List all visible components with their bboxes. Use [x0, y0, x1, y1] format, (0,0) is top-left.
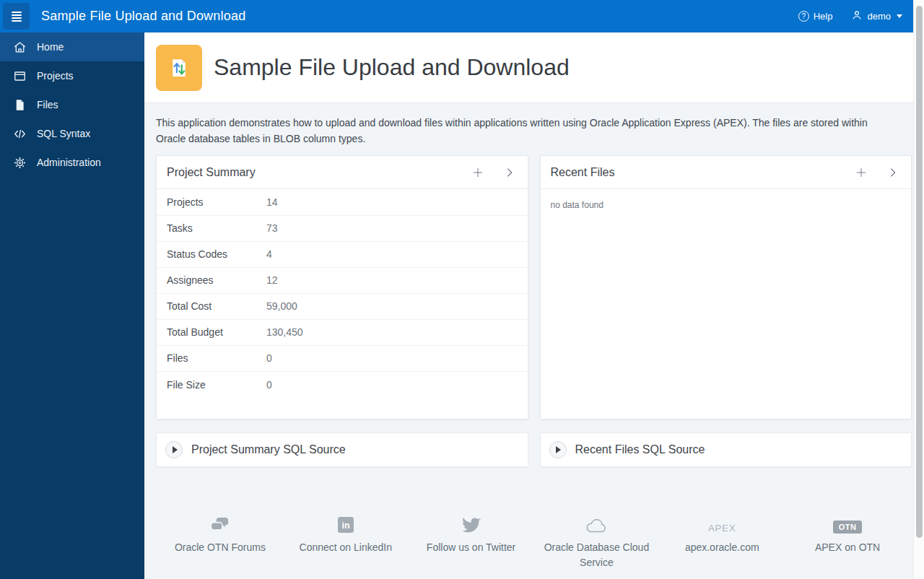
- administration-gear-icon: [12, 155, 27, 170]
- sql-syntax-icon: [12, 126, 27, 141]
- row-label: Status Codes: [157, 241, 266, 267]
- table-row: Projects14: [157, 189, 528, 215]
- file-upload-download-icon: [156, 45, 202, 91]
- user-name: demo: [867, 11, 891, 22]
- svg-text:in: in: [341, 521, 349, 531]
- home-icon: [12, 40, 27, 54]
- add-icon[interactable]: [853, 165, 869, 180]
- row-label: Tasks: [157, 215, 266, 241]
- sidebar-item-label: Projects: [37, 70, 74, 82]
- row-value: 0: [266, 371, 528, 397]
- row-value: 130,450: [266, 319, 528, 345]
- row-value: 12: [266, 267, 528, 293]
- row-value: 73: [266, 215, 528, 241]
- footer-link-label: Oracle Database Cloud Service: [541, 540, 652, 570]
- recent-files-sql-source-expander[interactable]: Recent Files SQL Source: [540, 432, 912, 467]
- project-summary-region: Project Summary Projects14 Tasks73: [156, 155, 528, 419]
- table-row: Assignees12: [157, 267, 528, 293]
- row-label: Assignees: [157, 267, 266, 293]
- footer-link-db-cloud[interactable]: Oracle Database Cloud Service: [533, 515, 659, 570]
- sidebar-item-label: Administration: [37, 157, 101, 168]
- page-title: Sample File Upload and Download: [214, 54, 570, 81]
- open-region-icon[interactable]: [502, 165, 518, 180]
- expander-label: Project Summary SQL Source: [191, 443, 346, 456]
- hamburger-menu-icon: [12, 12, 22, 22]
- projects-icon: [12, 69, 27, 83]
- page-header: Sample File Upload and Download: [144, 32, 924, 103]
- help-button[interactable]: ? Help: [798, 11, 833, 22]
- sidebar-item-administration[interactable]: Administration: [0, 148, 144, 177]
- project-summary-header: Project Summary: [157, 156, 528, 189]
- project-summary-sql-source-expander[interactable]: Project Summary SQL Source: [156, 432, 528, 467]
- recent-files-header: Recent Files: [541, 156, 912, 189]
- row-label: File Size: [157, 371, 266, 397]
- cloud-icon: [585, 515, 607, 534]
- sidebar-item-files[interactable]: Files: [0, 90, 144, 119]
- caret-down-icon: [897, 14, 902, 18]
- expander-label: Recent Files SQL Source: [575, 443, 705, 456]
- twitter-bird-icon: [462, 515, 481, 534]
- row-label: Files: [157, 345, 266, 371]
- sidebar-item-label: Files: [37, 99, 58, 110]
- footer-link-apex-on-otn[interactable]: OTN APEX on OTN: [785, 515, 910, 570]
- row-value: 59,000: [266, 293, 528, 319]
- sidebar-item-label: Home: [37, 41, 64, 53]
- scrollbar-thumb[interactable]: [916, 6, 923, 538]
- otn-badge-icon: OTN: [833, 515, 863, 534]
- user-menu-button[interactable]: demo: [851, 9, 902, 23]
- apex-text-icon: APEX: [708, 515, 736, 534]
- play-expand-icon[interactable]: [549, 441, 567, 458]
- no-data-message: no data found: [541, 189, 912, 221]
- table-row: Status Codes4: [157, 241, 528, 267]
- row-value: 4: [266, 241, 528, 267]
- footer-link-label: Oracle OTN Forums: [175, 540, 266, 554]
- hamburger-menu-button[interactable]: [3, 3, 30, 30]
- region-title: Project Summary: [167, 166, 256, 179]
- table-row: Tasks73: [157, 215, 528, 241]
- help-circle-icon: ?: [798, 11, 809, 22]
- row-value: 0: [266, 345, 528, 371]
- footer-link-otn-forums[interactable]: Oracle OTN Forums: [157, 515, 283, 570]
- forums-chat-icon: [210, 515, 230, 534]
- row-label: Total Cost: [157, 293, 266, 319]
- help-label: Help: [814, 11, 833, 22]
- page-description: This application demonstrates how to upl…: [156, 116, 885, 147]
- recent-files-region: Recent Files no data found: [540, 155, 912, 419]
- table-row: Files0: [157, 345, 528, 371]
- add-icon[interactable]: [470, 165, 486, 180]
- vertical-scrollbar[interactable]: [913, 0, 924, 579]
- table-row: Total Budget130,450: [157, 319, 528, 345]
- table-row: File Size0: [157, 371, 528, 397]
- footer-link-label: Connect on LinkedIn: [300, 540, 392, 554]
- row-value: 14: [266, 189, 528, 215]
- row-label: Total Budget: [157, 319, 266, 345]
- footer-links: Oracle OTN Forums in Connect on LinkedIn: [156, 515, 912, 579]
- sidebar-nav: Home Projects Files SQL Syntax: [0, 32, 144, 579]
- linkedin-icon: in: [337, 515, 354, 534]
- region-title: Recent Files: [551, 166, 615, 179]
- sidebar-item-home[interactable]: Home: [0, 32, 144, 61]
- footer-link-linkedin[interactable]: in Connect on LinkedIn: [283, 515, 409, 570]
- table-row: Total Cost59,000: [157, 293, 528, 319]
- sidebar-item-label: SQL Syntax: [37, 128, 90, 139]
- footer-link-apex-oracle-com[interactable]: APEX apex.oracle.com: [659, 515, 785, 570]
- app-header: Sample File Upload and Download ? Help d…: [0, 0, 924, 32]
- app-title: Sample File Upload and Download: [41, 9, 245, 24]
- sidebar-item-projects[interactable]: Projects: [0, 61, 144, 90]
- main-content: Sample File Upload and Download This app…: [144, 32, 924, 579]
- footer-link-twitter[interactable]: Follow us on Twitter: [409, 515, 534, 570]
- play-expand-icon[interactable]: [165, 441, 183, 458]
- footer-link-label: apex.oracle.com: [685, 540, 759, 554]
- files-icon: [12, 97, 27, 112]
- row-label: Projects: [157, 189, 266, 215]
- project-summary-table: Projects14 Tasks73 Status Codes4 Assigne…: [157, 189, 528, 397]
- person-icon: [851, 9, 863, 23]
- footer-link-label: Follow us on Twitter: [427, 540, 515, 554]
- open-region-icon[interactable]: [885, 165, 901, 180]
- footer-link-label: APEX on OTN: [815, 540, 880, 554]
- sidebar-item-sql-syntax[interactable]: SQL Syntax: [0, 119, 144, 148]
